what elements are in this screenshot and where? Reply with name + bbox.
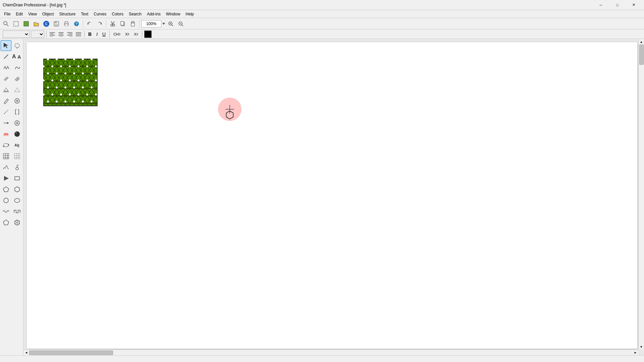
save-button[interactable] (52, 19, 61, 28)
structure-query-tool[interactable] (12, 162, 22, 173)
menu-edit[interactable]: Edit (13, 10, 25, 18)
cut-button[interactable] (108, 19, 117, 28)
menu-structure[interactable]: Structure (57, 10, 78, 18)
bg-color-button[interactable] (21, 19, 31, 28)
circle-tool[interactable] (1, 195, 11, 206)
italic-button[interactable]: I (95, 31, 99, 38)
align-justify-button[interactable] (75, 31, 82, 38)
bold-button[interactable]: B (87, 31, 93, 38)
dashed-wedge-tool[interactable] (12, 84, 22, 95)
svg-rect-2 (14, 21, 18, 26)
menu-colors[interactable]: Colors (109, 10, 126, 18)
svg-point-146 (82, 101, 84, 103)
tool-row-2: A A (1, 51, 22, 62)
zoom-dropdown-icon (162, 22, 165, 25)
svg-point-137 (60, 94, 62, 96)
menu-object[interactable]: Object (40, 10, 57, 18)
close-button[interactable]: ✕ (626, 0, 641, 10)
oval-tool[interactable] (12, 195, 22, 206)
menu-window[interactable]: Window (163, 10, 183, 18)
hexagon-tool[interactable] (12, 184, 22, 195)
svg-point-103 (47, 58, 49, 60)
square-wave-tool[interactable] (12, 206, 22, 217)
rectangle-tool[interactable] (12, 173, 22, 184)
lasso-tool[interactable] (12, 40, 22, 51)
maximize-button[interactable]: □ (610, 0, 625, 10)
bracket-tool[interactable] (12, 107, 22, 117)
print-button[interactable] (62, 19, 71, 28)
dashed-line-tool[interactable] (1, 107, 11, 117)
h-scrollbar[interactable]: ◄ ► (23, 350, 638, 355)
font-family-select[interactable] (3, 31, 30, 38)
text-color-swatch[interactable] (144, 31, 152, 38)
pentagon-tool[interactable] (1, 184, 11, 195)
menu-curves[interactable]: Curves (91, 10, 109, 18)
minimize-button[interactable]: ─ (593, 0, 608, 10)
poly-pentagon-tool[interactable] (1, 217, 11, 228)
scroll-right-button[interactable]: ► (633, 350, 638, 356)
eraser-tool[interactable] (1, 129, 11, 139)
svg-text:C: C (45, 22, 47, 26)
paste-button[interactable] (128, 19, 138, 28)
play-tool[interactable] (1, 173, 11, 184)
align-center-button[interactable] (57, 31, 65, 38)
add-node-tool[interactable] (12, 96, 22, 106)
pen-tool[interactable] (1, 96, 11, 106)
scroll-up-button[interactable]: ▲ (639, 39, 644, 45)
scroll-left-button[interactable]: ◄ (23, 350, 29, 356)
redo-button[interactable] (95, 19, 104, 28)
v-scroll-thumb[interactable] (639, 45, 644, 65)
text-tool[interactable]: A A (12, 51, 22, 62)
find-button[interactable] (1, 19, 11, 28)
undo-button[interactable] (85, 19, 94, 28)
font-size-select[interactable] (31, 31, 44, 38)
svg-line-49 (4, 55, 8, 59)
rxn-plus-tool[interactable] (12, 118, 22, 128)
canvas-svg (27, 42, 637, 349)
subscript-ch2-button[interactable]: CH2 (112, 31, 122, 38)
spectrum-tool[interactable] (1, 162, 11, 173)
sine-wave-tool[interactable] (1, 206, 11, 217)
zoom-in-button[interactable] (166, 19, 175, 28)
align-left-button[interactable] (49, 31, 56, 38)
triple-bond-tool[interactable] (12, 73, 22, 84)
copy-button[interactable] (118, 19, 127, 28)
help-button[interactable]: ? (72, 19, 81, 28)
chain-tool[interactable] (1, 62, 11, 73)
menu-text[interactable]: Text (78, 10, 91, 18)
toolbar-separator-2 (106, 20, 106, 28)
chemdraw-logo-button[interactable]: C (42, 19, 51, 28)
double-bond-tool[interactable] (1, 73, 11, 84)
menu-view[interactable]: View (25, 10, 40, 18)
subscript-x2-button[interactable]: X2 (123, 31, 131, 38)
zoom-input[interactable] (141, 20, 161, 27)
superscript-x2-button[interactable]: X2 (132, 31, 140, 38)
align-right-button[interactable] (66, 31, 73, 38)
abs-text-tool[interactable]: Abs (12, 140, 22, 150)
poly-hexagon-tool[interactable] (12, 217, 22, 228)
scroll-down-button[interactable]: ▼ (639, 344, 644, 350)
freehand-tool[interactable] (12, 62, 22, 73)
menu-search[interactable]: Search (126, 10, 144, 18)
open-button[interactable] (32, 19, 41, 28)
wedge-hatch-tool[interactable] (1, 84, 11, 95)
svg-point-106 (73, 58, 75, 60)
menu-help[interactable]: Help (183, 10, 197, 18)
ball-tool[interactable] (12, 129, 22, 139)
reaction-arrow-tool[interactable] (1, 140, 11, 150)
svg-point-136 (51, 94, 53, 96)
table-dotted-tool[interactable] (12, 151, 22, 162)
drawing-canvas[interactable] (27, 42, 637, 349)
arrow-tool[interactable] (1, 118, 11, 128)
table-tool[interactable] (1, 151, 11, 162)
menu-addins[interactable]: Add-ins (144, 10, 163, 18)
menu-file[interactable]: File (1, 10, 13, 18)
underline-button[interactable]: U (101, 31, 107, 38)
bond-single-tool[interactable] (1, 51, 11, 62)
v-scrollbar[interactable]: ▲ ▼ (638, 39, 644, 350)
svg-point-118 (64, 72, 66, 74)
select-button[interactable] (11, 19, 21, 28)
select-arrow-tool[interactable] (1, 40, 11, 51)
zoom-out-button[interactable] (176, 19, 185, 28)
h-scroll-thumb[interactable] (29, 351, 113, 355)
